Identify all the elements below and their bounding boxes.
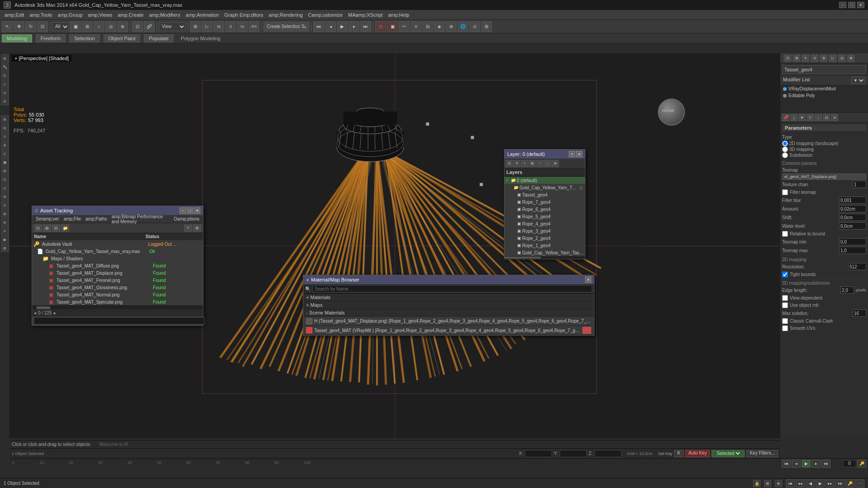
sidebar-icon-10[interactable]: ◎	[1, 184, 9, 192]
sidebar-icon-3[interactable]: ⊟	[1, 124, 9, 132]
layers-tool-2[interactable]: ✕	[513, 160, 520, 167]
sidebar-icon-12[interactable]: ⊙	[1, 201, 9, 209]
mat-maps-header[interactable]: + Maps	[303, 301, 594, 309]
lock-icon[interactable]: 🔒	[753, 480, 760, 487]
pb-prev[interactable]: ⏮	[786, 479, 795, 488]
asset-menu-server[interactable]: Seramp;ver	[34, 216, 61, 221]
tool-btn-2[interactable]: ⊞	[82, 21, 93, 32]
menu-rendering[interactable]: amp;Rendering	[266, 11, 305, 19]
tab-freeform[interactable]: Freeform	[36, 34, 66, 42]
layer-row-8[interactable]: ▣ Rope_2_geo4	[505, 235, 585, 242]
view-dep-check[interactable]	[782, 295, 788, 301]
layers-close-btn[interactable]: ✕	[576, 151, 582, 157]
layers-scrollbar-thumb[interactable]	[505, 257, 541, 258]
rpanel-icon-6[interactable]: ▷	[829, 55, 836, 62]
pb-options[interactable]: ⋯	[855, 479, 864, 488]
tool-extra2[interactable]: ⊞	[481, 21, 492, 32]
layers-tool-5[interactable]: ↑	[536, 160, 543, 167]
mat-row-0[interactable]: H (Tassel_geo4_MAT_Displace.png) [Rope_1…	[303, 317, 594, 326]
asset-tool-5[interactable]: ?	[184, 225, 192, 232]
tool-btn-5[interactable]: ⊕	[117, 21, 128, 32]
y-input[interactable]	[560, 450, 587, 457]
asset-tool-1[interactable]: ⊡	[34, 225, 42, 232]
lock-btn[interactable]: |	[790, 114, 797, 121]
layers-scrollbar[interactable]	[505, 256, 585, 259]
maximize-btn[interactable]: □	[848, 2, 855, 8]
pb-rew[interactable]: ◂◂	[796, 479, 805, 488]
tool-btn-4[interactable]: ◎	[105, 21, 116, 32]
link-tool[interactable]: 🔗	[144, 21, 155, 32]
tool-snap[interactable]: S%	[249, 21, 259, 32]
selected-dropdown[interactable]: Selected	[715, 450, 741, 456]
layer-row-9[interactable]: ▣ Rope_1_geo4	[505, 242, 585, 249]
tool-wire[interactable]: ⊟	[422, 21, 433, 32]
asset-nav-prev[interactable]: ◂	[34, 310, 36, 315]
menu-group[interactable]: amp;Group	[55, 11, 85, 19]
sidebar-icon-14[interactable]: ⊛	[1, 218, 9, 226]
tool-num[interactable]: 3	[225, 21, 236, 32]
layer-row-0[interactable]: ✓ 📁 0 (default)	[505, 177, 585, 184]
rpanel-icon-2[interactable]: ⊞	[793, 55, 800, 62]
layer-row-7[interactable]: ▣ Rope_3_geo4	[505, 227, 585, 235]
move-tool[interactable]: ✥	[14, 21, 24, 32]
asset-maximize-btn[interactable]: □	[187, 207, 193, 214]
asset-scrollbar-thumb[interactable]	[37, 306, 50, 309]
object-name-input[interactable]: Tassel_geo4	[782, 65, 866, 74]
asset-row-6[interactable]: ▣ Tassel_geo4_MAT_Glossiness.png Found	[32, 284, 203, 291]
rpanel-icon-8[interactable]: ⊕	[847, 55, 854, 62]
menu-customize[interactable]: Camp;ustomize	[306, 11, 345, 19]
asset-path-input[interactable]	[34, 317, 205, 324]
tool-extra1[interactable]: ⊙	[469, 21, 480, 32]
anim-go-start[interactable]: ⏮	[782, 460, 791, 468]
rpanel-icon-3[interactable]: ≡	[802, 55, 809, 62]
tool-render-1[interactable]: ⊞	[190, 21, 201, 32]
relative-bound-check[interactable]	[782, 231, 788, 237]
scale-tool[interactable]: ⊡	[37, 21, 48, 32]
tool-btn-1[interactable]: ▣	[70, 21, 81, 32]
show-in-btn[interactable]: ▽	[807, 114, 814, 121]
rotate-tool[interactable]: ↻	[25, 21, 36, 32]
anim-prev-frame[interactable]: ◂	[325, 21, 336, 32]
layers-tool-3[interactable]: +	[521, 160, 528, 167]
tool-btn-3[interactable]: ○	[94, 21, 104, 32]
asset-row-4[interactable]: ▣ Tassel_geo4_MAT_Displace.png Found	[32, 269, 203, 277]
tool-render-2[interactable]: ▷	[202, 21, 212, 32]
key-filters-btn[interactable]: Key Filters...	[746, 450, 778, 457]
sidebar-icon-16[interactable]: ▶	[1, 235, 9, 244]
z-input[interactable]	[594, 450, 622, 457]
texture-chan-input[interactable]	[853, 181, 866, 188]
rpanel-icon-7[interactable]: ◎	[838, 55, 845, 62]
set-key-btn[interactable]: K	[674, 450, 684, 457]
modifier-editable-poly[interactable]: Editable Poly	[780, 92, 868, 99]
sidebar-icon-5[interactable]: ⊕	[1, 141, 9, 149]
layer-row-6[interactable]: ▣ Rope_4_geo4	[505, 220, 585, 227]
select-tool[interactable]: ↖	[2, 21, 13, 32]
water-level-input[interactable]: 0,0cm	[839, 222, 866, 230]
rpanel-icon-5[interactable]: ⊛	[820, 55, 827, 62]
layers-tool-1[interactable]: ⊡	[505, 160, 513, 167]
anim-next-frame[interactable]: ▸	[349, 21, 359, 32]
asset-menu-options[interactable]: Oamp;ptions	[172, 216, 201, 221]
tight-bounds-check[interactable]	[782, 272, 788, 277]
texmap-min-input[interactable]: 0,0	[839, 238, 866, 245]
menu-create[interactable]: amp;Create	[115, 11, 146, 19]
menu-animation[interactable]: amp;Animation	[183, 11, 222, 19]
texmap-max-input[interactable]: 1,0	[839, 247, 866, 254]
sidebar-icon-11[interactable]: ⊕	[1, 192, 9, 201]
mat-browser-header[interactable]: ◈ Material/Map Browser ✕	[303, 275, 594, 284]
anim-next-frame-btn[interactable]: ▸	[811, 460, 821, 468]
sidebar-icon-9[interactable]: ⊡	[1, 175, 9, 183]
menu-edit[interactable]: amp;Edit	[2, 11, 27, 19]
layer-row-5[interactable]: ▣ Rope_5_geo4	[505, 213, 585, 220]
asset-row-1[interactable]: 📄 Gold_Cap_Yellow_Yarn_Tassel_max_vray.m…	[32, 248, 203, 255]
use-obj-mtl-check[interactable]	[782, 302, 788, 308]
layers-help-btn[interactable]: ?	[569, 151, 575, 157]
filter-blur-input[interactable]: 0,001	[839, 197, 866, 204]
rpanel-icon-1[interactable]: ⊡	[784, 55, 791, 62]
sidebar-motion[interactable]: ▷	[1, 80, 9, 88]
classic-catmull-check[interactable]	[782, 318, 788, 324]
sidebar-icon-4[interactable]: ≡	[1, 132, 9, 141]
asset-row-3[interactable]: ▣ Tassel_geo4_MAT_Diffuse.png Found	[32, 262, 203, 269]
tab-object-paint[interactable]: Object Paint	[104, 34, 141, 42]
sidebar-icon-17[interactable]: ⊠	[1, 244, 9, 252]
